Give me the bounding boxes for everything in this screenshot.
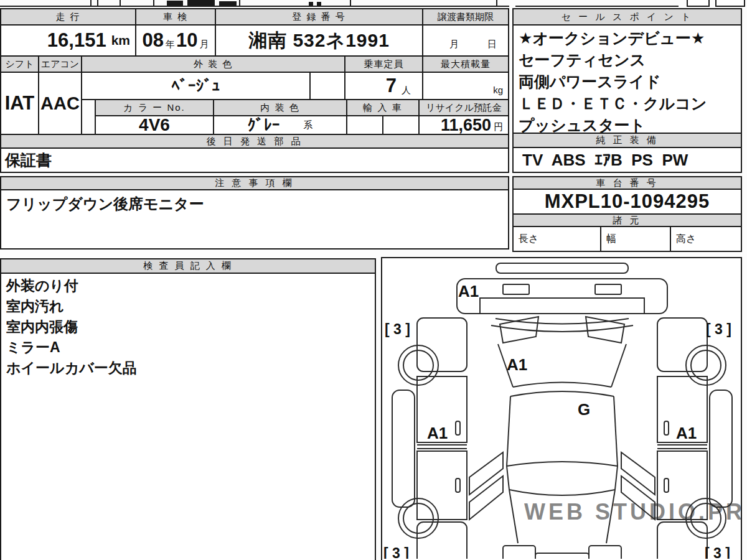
inspection-year-suffix: 年 (166, 39, 175, 50)
side-rail-left (392, 390, 415, 507)
rear-window-side-right (615, 466, 618, 490)
top-strip-text-fragment (219, 1, 237, 6)
top-strip-text-fragment (309, 2, 313, 6)
max-load-unit: kg (493, 85, 503, 95)
capacity-number: 7 (386, 75, 397, 97)
door-handle (664, 421, 669, 435)
inspector-note-line: 室内内張傷 (6, 317, 370, 337)
top-strip-line-left (0, 6, 509, 7)
transfer-month-label: 月 (449, 39, 459, 50)
top-strip-tick (239, 0, 240, 6)
inspector-notes-panel: 検 査 員 記 入 欄 外装のり付 室内汚れ 室内内張傷 ミラーA ホイールカバ… (0, 258, 376, 560)
inspector-note-line: ホイールカバー欠品 (6, 358, 370, 378)
max-load-value: kg (422, 72, 509, 100)
sales-point-line: セーフティセンス (519, 49, 736, 71)
shift-header: シフト (0, 55, 39, 73)
door-handle (456, 421, 460, 435)
car-diagram-panel: WEB STUDIO.PRO (381, 257, 742, 560)
sales-point-line: 両側パワースライド (519, 71, 736, 93)
top-strip-tick (90, 0, 92, 6)
roof-bar (496, 263, 628, 273)
transfer-deadline-header: 譲渡書類期限 (422, 8, 509, 26)
mark-left-door: A1 (427, 424, 448, 442)
front-fender-left (417, 318, 467, 371)
wheel-rear-left-inner (403, 503, 433, 533)
transfer-deadline-value: 月 日 (422, 24, 509, 57)
shipped-later-value: 保証書 (0, 147, 509, 173)
wheel-front-right (686, 345, 726, 385)
exterior-color-extra-cell (309, 72, 345, 100)
capacity-unit: 人 (402, 85, 411, 96)
roof-rear-arc (507, 462, 618, 466)
roof-front-arc (510, 391, 614, 396)
auction-sheet: 走 行 車 検 登 録 番 号 譲渡書類期限 16,151 km 08 年 10… (0, 0, 747, 560)
tire-label-rear-left: [ 3 ] (383, 545, 409, 559)
rear-bumper-left (503, 546, 535, 559)
wheel-rear-left (398, 498, 438, 538)
shipped-later-header: 後 日 発 送 部 品 (0, 134, 509, 149)
door-divider-right (657, 445, 707, 449)
top-strip-text-fragment (167, 1, 183, 6)
mileage-number: 16,151 (47, 29, 106, 52)
mark-glass: G (578, 400, 590, 419)
windshield-side-right (611, 344, 626, 387)
sales-point-line: ＬＥＤ・ＥＴＣ・クルコン (519, 93, 736, 114)
exterior-color-header: 外 装 色 (81, 55, 345, 73)
max-load-header: 最大積載量 (422, 55, 509, 73)
mark-right-door: A1 (676, 424, 697, 442)
top-strip-tick (496, 0, 497, 6)
mileage-header: 走 行 (0, 8, 136, 26)
mileage-value: 16,151 km (0, 24, 136, 57)
top-strip-text-fragment (187, 0, 215, 6)
spec-length-cell: 長さ (512, 226, 601, 252)
mark-hood: A1 (507, 355, 527, 374)
inspector-note-line: ミラーA (6, 337, 370, 358)
import-car-cell-1 (346, 115, 383, 135)
rear-window-base-arc (509, 490, 615, 495)
watermark-text: WEB STUDIO.PRO (524, 499, 741, 525)
door-divider-left (417, 445, 467, 449)
tire-label-front-right: [ 3 ] (706, 321, 731, 337)
top-strip-cut-cell (687, 0, 710, 7)
capacity-value: 7 人 (344, 72, 423, 100)
bumper-recess (480, 298, 644, 314)
capacity-header: 乗車定員 (344, 55, 423, 73)
interior-color-value: ｸﾞﾚｰ 系 (213, 115, 347, 135)
inspection-year: 08 (143, 29, 164, 52)
wheel-front-left (398, 345, 438, 385)
rear-fender-left (417, 522, 467, 559)
front-fender-right (657, 318, 707, 371)
door-handle (456, 478, 460, 492)
cowl-arc (491, 325, 633, 332)
rear-window-side-left (507, 466, 509, 490)
rear-bumper-center (535, 553, 589, 559)
rear-bumper-right (589, 546, 621, 559)
color-no-value: 4V6 (95, 115, 214, 135)
rear-fender-right (657, 522, 707, 559)
recycle-deposit-number: 11,650 (441, 116, 491, 135)
inspection-value: 08 年 10 月 (135, 24, 216, 57)
headlight-left (503, 284, 529, 294)
chassis-header: 車 台 番 号 (512, 176, 742, 190)
headlight-right (595, 284, 621, 294)
equipment-value: TV ABS ｴｱB PS PW (512, 147, 742, 173)
inspection-month: 10 (176, 29, 197, 52)
mark-front-bumper: A1 (458, 282, 479, 301)
inspection-month-suffix: 月 (199, 39, 209, 50)
top-strip-tick (97, 0, 98, 6)
door-handle (664, 478, 669, 492)
inspector-notes-header: 検 査 員 記 入 欄 (1, 259, 375, 274)
specs-header: 諸 元 (512, 213, 742, 227)
notes-header: 注 意 事 項 欄 (0, 176, 509, 190)
tire-label-front-left: [ 3 ] (385, 321, 410, 337)
transfer-day-label: 日 (487, 39, 497, 50)
roof-side-right (614, 396, 618, 466)
top-strip-cut-cell (715, 0, 745, 7)
notes-text: フリップダウン後席モニター (1, 190, 508, 218)
side-rail-right (710, 390, 732, 507)
wheel-front-left-inner (403, 350, 433, 380)
registration-header: 登 録 番 号 (215, 8, 423, 26)
wheel-front-right-inner (691, 350, 721, 380)
spec-width-cell: 幅 (600, 226, 671, 252)
interior-color-text: ｸﾞﾚｰ (248, 116, 280, 135)
